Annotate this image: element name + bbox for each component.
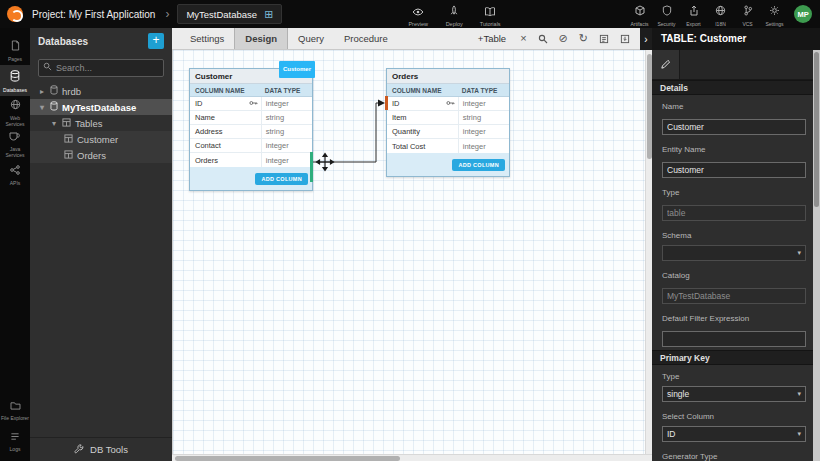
table-card-header[interactable]: Orders xyxy=(387,69,509,84)
designer-tabbar: Settings Design Query Procedure +Table ×… xyxy=(172,28,640,50)
artifacts-button[interactable]: Artifacts xyxy=(626,2,653,27)
export-schema-icon[interactable] xyxy=(599,34,609,44)
tree-item-hrdb[interactable]: ▸ hrdb xyxy=(30,83,172,99)
column-row-orders[interactable]: Orders integer xyxy=(190,153,312,167)
column-row-total-cost[interactable]: Total Cost integer xyxy=(387,139,509,153)
search-icon[interactable] xyxy=(538,34,548,44)
caret-down-icon[interactable]: ▾ xyxy=(50,119,58,128)
security-label: Security xyxy=(657,21,675,27)
add-table-button[interactable]: +Table xyxy=(478,33,506,44)
pages-label: Pages xyxy=(8,57,22,63)
security-button[interactable]: Security xyxy=(653,2,680,27)
schema-select[interactable]: ▾ xyxy=(662,245,806,261)
column-name: ID xyxy=(195,99,203,108)
db-search-input[interactable] xyxy=(38,59,164,77)
canvas-horizontal-scrollbar[interactable] xyxy=(172,454,652,461)
pk-type-select[interactable]: single ▾ xyxy=(662,386,806,402)
folder-icon xyxy=(10,396,21,414)
edit-tab[interactable] xyxy=(652,50,680,79)
sidebar-item-java-services[interactable]: Java Services xyxy=(0,127,30,158)
column-row-name[interactable]: Name string xyxy=(190,111,312,125)
apis-icon xyxy=(10,161,20,179)
add-column-button[interactable]: ADD COLUMN xyxy=(255,173,308,185)
wavemaker-logo-icon[interactable] xyxy=(7,6,23,22)
delete-icon[interactable]: × xyxy=(520,33,526,44)
tree-item-mytestdatabase[interactable]: ▾ MyTestDatabase xyxy=(30,99,172,115)
breadcrumb-chevron-icon: › xyxy=(165,7,169,21)
import-schema-icon[interactable] xyxy=(620,34,630,44)
sidebar-item-apis[interactable]: APIs xyxy=(0,158,30,189)
project-title: Project: My First Application xyxy=(32,9,155,20)
tree-item-customer[interactable]: Customer xyxy=(30,131,172,147)
user-avatar[interactable]: MP xyxy=(794,5,812,23)
sidebar-item-logs[interactable]: Logs xyxy=(0,424,30,455)
preview-button[interactable]: Preview xyxy=(400,2,436,27)
db-tools-label: DB Tools xyxy=(90,444,128,455)
tab-query[interactable]: Query xyxy=(288,28,334,49)
tab-procedure[interactable]: Procedure xyxy=(334,28,398,49)
refresh-icon[interactable]: ↻ xyxy=(579,33,588,44)
scrollbar-thumb[interactable] xyxy=(175,456,400,461)
table-card-header[interactable]: Customer Customer xyxy=(190,69,312,84)
table-badge: Customer xyxy=(279,61,315,78)
scrollbar-thumb[interactable] xyxy=(814,52,819,207)
vcs-button[interactable]: VCS xyxy=(734,2,761,27)
branch-icon xyxy=(743,2,753,20)
select-column-select[interactable]: ID ▾ xyxy=(662,426,806,442)
pk-type-label: Type xyxy=(662,372,806,382)
default-filter-expression-label: Default Filter Expression xyxy=(662,314,806,324)
pk-type-value: single xyxy=(667,389,689,399)
tree-item-label: Customer xyxy=(77,134,118,145)
add-column-button[interactable]: ADD COLUMN xyxy=(452,159,505,171)
column-row-contact[interactable]: Contact integer xyxy=(190,139,312,153)
column-name: Quantity xyxy=(392,127,420,136)
relationship-source-handle[interactable] xyxy=(310,152,313,182)
topbar: Project: My First Application › MyTestDa… xyxy=(0,0,820,28)
table-card-customer[interactable]: Customer Customer COLUMN NAME DATA TYPE … xyxy=(189,68,313,191)
column-row-item[interactable]: Item string xyxy=(387,111,509,125)
db-tools-button[interactable]: DB Tools xyxy=(30,437,172,461)
caret-down-icon[interactable]: ▾ xyxy=(38,103,46,112)
add-database-button[interactable]: + xyxy=(148,33,164,49)
entity-name-field[interactable] xyxy=(662,162,806,178)
wrench-icon xyxy=(74,444,84,456)
open-database-tab[interactable]: MyTestDatabase ⊞ xyxy=(177,4,282,24)
catalog-field xyxy=(662,288,806,304)
column-type: integer xyxy=(458,139,509,153)
table-icon xyxy=(64,150,73,161)
sidebar-item-databases[interactable]: Databases xyxy=(0,65,30,96)
column-name: Orders xyxy=(195,156,218,165)
chevron-down-icon: ▾ xyxy=(797,390,801,398)
export-button[interactable]: Export xyxy=(680,2,707,27)
default-filter-expression-field[interactable] xyxy=(662,331,806,347)
pencil-icon xyxy=(660,56,671,74)
sidebar-item-file-explorer[interactable]: File Explorer xyxy=(0,393,30,424)
column-row-quantity[interactable]: Quantity integer xyxy=(387,125,509,139)
deploy-button[interactable]: Deploy xyxy=(436,2,472,27)
properties-scrollbar[interactable] xyxy=(813,50,820,461)
column-row-address[interactable]: Address string xyxy=(190,125,312,139)
tab-settings[interactable]: Settings xyxy=(180,28,234,49)
sidebar-item-pages[interactable]: Pages xyxy=(0,34,30,65)
grid-view-icon[interactable]: ⊞ xyxy=(264,9,273,20)
caret-right-icon[interactable]: ▸ xyxy=(38,87,46,96)
name-field[interactable] xyxy=(662,119,806,135)
tree-item-tables[interactable]: ▾ Tables xyxy=(30,115,172,131)
column-row-id[interactable]: ID integer xyxy=(387,97,509,111)
column-row-id[interactable]: ID integer xyxy=(190,97,312,111)
disable-icon[interactable]: ⊘ xyxy=(559,33,568,44)
table-card-orders[interactable]: Orders COLUMN NAME DATA TYPE ID integer … xyxy=(386,68,510,177)
collapse-properties-button[interactable]: › xyxy=(640,28,652,50)
section-header-details: Details xyxy=(652,80,820,95)
chevron-down-icon: ▾ xyxy=(797,430,801,438)
i18n-button[interactable]: I18N xyxy=(707,2,734,27)
settings-button[interactable]: Settings xyxy=(761,2,788,27)
canvas-vertical-scrollbar[interactable] xyxy=(645,50,652,454)
tree-item-orders[interactable]: Orders xyxy=(30,147,172,163)
web-services-icon xyxy=(10,96,21,114)
column-type: integer xyxy=(261,139,312,152)
sidebar-item-web-services[interactable]: Web Services xyxy=(0,96,30,127)
tab-design[interactable]: Design xyxy=(234,28,288,49)
tutorials-button[interactable]: Tutorials xyxy=(472,2,508,27)
select-column-value: ID xyxy=(667,429,676,439)
